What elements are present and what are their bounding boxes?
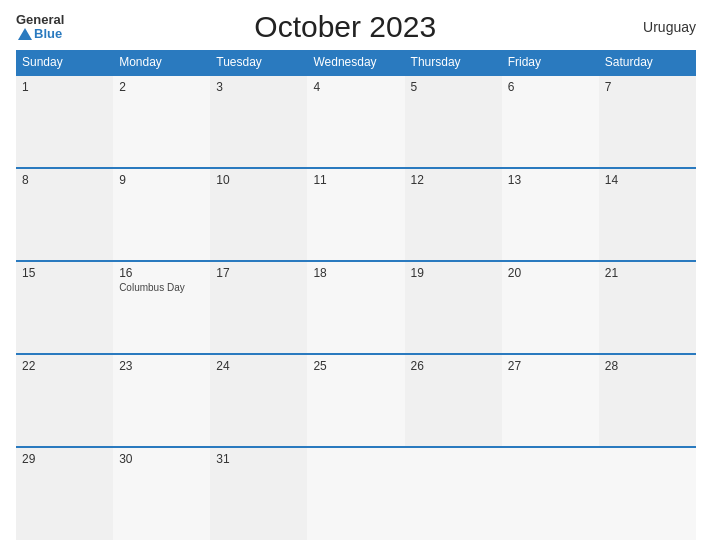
page-header: General Blue October 2023 Uruguay — [16, 10, 696, 44]
day-cell-1-2: 10 — [210, 168, 307, 261]
page-title: October 2023 — [64, 10, 626, 44]
day-cell-1-5: 13 — [502, 168, 599, 261]
day-cell-2-4: 19 — [405, 261, 502, 354]
calendar-page: General Blue October 2023 Uruguay Sunday… — [0, 0, 712, 550]
day-cell-0-1: 2 — [113, 75, 210, 168]
day-number: 16 — [119, 266, 204, 280]
day-cell-4-3 — [307, 447, 404, 540]
day-number: 3 — [216, 80, 301, 94]
logo-general-text: General — [16, 13, 64, 27]
day-cell-4-4 — [405, 447, 502, 540]
day-number: 25 — [313, 359, 398, 373]
logo-blue-text: Blue — [16, 27, 62, 41]
day-cell-0-6: 7 — [599, 75, 696, 168]
day-cell-4-2: 31 — [210, 447, 307, 540]
week-row-3: 1516Columbus Day1718192021 — [16, 261, 696, 354]
week-row-2: 891011121314 — [16, 168, 696, 261]
day-number: 29 — [22, 452, 107, 466]
day-number: 12 — [411, 173, 496, 187]
day-number: 20 — [508, 266, 593, 280]
header-tuesday: Tuesday — [210, 50, 307, 75]
day-cell-4-5 — [502, 447, 599, 540]
day-cell-1-0: 8 — [16, 168, 113, 261]
day-number: 4 — [313, 80, 398, 94]
logo: General Blue — [16, 13, 64, 42]
day-cell-1-6: 14 — [599, 168, 696, 261]
day-number: 9 — [119, 173, 204, 187]
day-number: 14 — [605, 173, 690, 187]
day-number: 2 — [119, 80, 204, 94]
day-cell-1-4: 12 — [405, 168, 502, 261]
day-cell-2-5: 20 — [502, 261, 599, 354]
day-cell-4-6 — [599, 447, 696, 540]
day-number: 10 — [216, 173, 301, 187]
header-monday: Monday — [113, 50, 210, 75]
day-cell-2-6: 21 — [599, 261, 696, 354]
day-cell-2-2: 17 — [210, 261, 307, 354]
day-number: 15 — [22, 266, 107, 280]
day-number: 23 — [119, 359, 204, 373]
week-row-1: 1234567 — [16, 75, 696, 168]
day-cell-4-1: 30 — [113, 447, 210, 540]
day-cell-1-3: 11 — [307, 168, 404, 261]
day-cell-0-5: 6 — [502, 75, 599, 168]
header-friday: Friday — [502, 50, 599, 75]
day-number: 1 — [22, 80, 107, 94]
day-number: 21 — [605, 266, 690, 280]
day-cell-1-1: 9 — [113, 168, 210, 261]
week-row-5: 293031 — [16, 447, 696, 540]
day-cell-3-6: 28 — [599, 354, 696, 447]
logo-triangle-icon — [18, 28, 32, 40]
day-number: 24 — [216, 359, 301, 373]
day-cell-3-0: 22 — [16, 354, 113, 447]
day-number: 18 — [313, 266, 398, 280]
day-number: 17 — [216, 266, 301, 280]
country-label: Uruguay — [626, 19, 696, 35]
day-event: Columbus Day — [119, 282, 204, 293]
day-number: 13 — [508, 173, 593, 187]
day-cell-2-0: 15 — [16, 261, 113, 354]
header-sunday: Sunday — [16, 50, 113, 75]
day-cell-2-3: 18 — [307, 261, 404, 354]
day-cell-0-2: 3 — [210, 75, 307, 168]
day-cell-4-0: 29 — [16, 447, 113, 540]
day-number: 6 — [508, 80, 593, 94]
day-cell-3-4: 26 — [405, 354, 502, 447]
day-cell-3-2: 24 — [210, 354, 307, 447]
day-number: 8 — [22, 173, 107, 187]
day-cell-3-1: 23 — [113, 354, 210, 447]
day-number: 28 — [605, 359, 690, 373]
header-wednesday: Wednesday — [307, 50, 404, 75]
header-thursday: Thursday — [405, 50, 502, 75]
day-number: 7 — [605, 80, 690, 94]
week-row-4: 22232425262728 — [16, 354, 696, 447]
day-cell-3-3: 25 — [307, 354, 404, 447]
day-number: 31 — [216, 452, 301, 466]
day-number: 30 — [119, 452, 204, 466]
day-cell-2-1: 16Columbus Day — [113, 261, 210, 354]
days-header-row: Sunday Monday Tuesday Wednesday Thursday… — [16, 50, 696, 75]
day-cell-0-3: 4 — [307, 75, 404, 168]
day-number: 22 — [22, 359, 107, 373]
header-saturday: Saturday — [599, 50, 696, 75]
day-cell-0-4: 5 — [405, 75, 502, 168]
day-number: 19 — [411, 266, 496, 280]
day-number: 11 — [313, 173, 398, 187]
day-cell-0-0: 1 — [16, 75, 113, 168]
day-cell-3-5: 27 — [502, 354, 599, 447]
day-number: 5 — [411, 80, 496, 94]
day-number: 26 — [411, 359, 496, 373]
calendar-table: Sunday Monday Tuesday Wednesday Thursday… — [16, 50, 696, 540]
day-number: 27 — [508, 359, 593, 373]
